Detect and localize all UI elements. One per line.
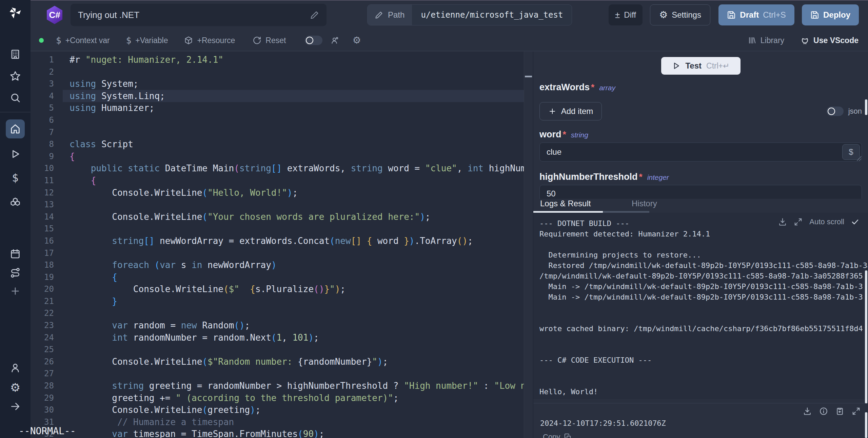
gear-icon: ⚙ <box>10 382 20 393</box>
line-number: 26 <box>31 356 54 368</box>
dollar-icon: $ <box>56 35 61 45</box>
logs-panel[interactable]: --- DOTNET BUILD ---Requirement detected… <box>533 213 868 399</box>
code-line: Console.WriteLine($"Random number: {rand… <box>70 356 533 368</box>
sidebar-item-schedules[interactable] <box>0 244 31 263</box>
logs-scrollbar-thumb[interactable] <box>865 270 867 403</box>
line-number: 15 <box>31 223 54 235</box>
test-shortcut: Ctrl+↵ <box>706 61 729 71</box>
worker-status-dot <box>39 38 44 43</box>
code-line <box>70 223 533 235</box>
library-button[interactable]: Library <box>748 36 784 45</box>
code-line: Console.WriteLine(greeting); <box>70 404 533 416</box>
sidebar-item-search[interactable] <box>0 88 31 107</box>
editor-toolbar: $ +Context var $ +Variable +Resource Res… <box>31 30 868 51</box>
sidebar-expand-button[interactable] <box>0 397 31 416</box>
edit-title-pencil-icon[interactable] <box>310 11 319 19</box>
log-line: Restored /tmp/windmill/wk-default-89p2b-… <box>539 260 868 271</box>
tab-history[interactable]: History <box>632 199 657 208</box>
code-line: } <box>70 296 533 308</box>
path-label-segment: Path <box>368 5 412 25</box>
editor-scrollbar[interactable] <box>524 52 533 438</box>
add-context-var-button[interactable]: $ +Context var <box>56 35 110 45</box>
resize-handle[interactable] <box>856 156 861 161</box>
plus-icon <box>10 286 21 297</box>
info-icon[interactable] <box>819 407 828 416</box>
refresh-icon <box>253 36 261 45</box>
reset-button[interactable]: Reset <box>253 36 286 45</box>
result-scrollbar-thumb[interactable] <box>865 412 867 438</box>
boxes-icon <box>10 197 21 208</box>
download-logs-icon[interactable] <box>778 217 787 226</box>
use-vscode-button[interactable]: Use VScode <box>801 36 859 45</box>
threshold-input[interactable] <box>539 185 862 199</box>
sidebar-item-resources[interactable] <box>0 193 31 212</box>
settings-button[interactable]: ⚙ Settings <box>650 4 710 25</box>
args-scrollbar-thumb[interactable] <box>865 99 867 115</box>
sidebar-item-workspace[interactable] <box>0 45 31 64</box>
log-line: Requirement detected: Humanizer 2.14.1 <box>539 229 868 239</box>
sidebar-item-account[interactable] <box>0 358 31 377</box>
star-icon <box>10 71 21 81</box>
deploy-button[interactable]: Deploy <box>802 4 859 25</box>
expand-logs-icon[interactable] <box>794 217 803 226</box>
line-number: 9 <box>31 151 54 163</box>
auto-scroll-checkbox[interactable] <box>851 218 859 226</box>
windmill-logo[interactable] <box>0 3 31 22</box>
draft-button[interactable]: Draft Ctrl+S <box>718 4 794 25</box>
editor-settings-button[interactable]: ⚙ <box>352 36 361 45</box>
sidebar-item-flows[interactable] <box>0 263 31 282</box>
expand-result-icon[interactable] <box>852 407 861 416</box>
required-star: * <box>563 129 566 140</box>
building-icon <box>10 49 21 60</box>
sidebar-item-favorites[interactable] <box>0 66 31 85</box>
download-result-icon[interactable] <box>803 407 812 416</box>
sidebar-item-add[interactable] <box>0 282 31 301</box>
line-number: 24 <box>31 332 54 344</box>
diff-button[interactable]: ± Diff <box>609 4 643 25</box>
sidebar-item-settings[interactable]: ⚙ <box>0 378 31 397</box>
dollar-icon: $ <box>12 171 18 184</box>
result-tabs: Logs & Result History <box>533 199 868 213</box>
sidebar-item-variables[interactable]: $ <box>0 168 31 187</box>
code-line: using Humanizer; <box>70 102 533 114</box>
diff-mode-toggle[interactable] <box>305 36 322 45</box>
code-line: int randomNumber = random.Next(1, 101); <box>70 332 533 344</box>
script-title-field[interactable]: Trying out .NET <box>71 4 327 26</box>
sidebar-item-home[interactable] <box>6 119 25 138</box>
package-icon <box>184 36 193 45</box>
edit-path-pencil-icon <box>375 11 383 19</box>
test-button[interactable]: Test Ctrl+↵ <box>661 57 741 75</box>
copy-button[interactable]: Copy <box>543 433 572 438</box>
code-line <box>70 247 533 260</box>
word-input[interactable] <box>539 142 862 161</box>
path-field[interactable]: Path u/etienne/microsoft_java_test <box>367 4 572 25</box>
line-number: 8 <box>31 138 54 151</box>
copy-icon <box>564 433 572 438</box>
field-label-word: word * string <box>539 129 862 140</box>
library-icon <box>748 36 756 45</box>
log-line: Hello, World! <box>539 386 868 397</box>
log-line: Main -> /tmp/windmill/wk-default-89p2b-I… <box>539 281 868 292</box>
line-number: 5 <box>31 102 54 114</box>
line-number: 27 <box>31 368 54 380</box>
line-number: 30 <box>31 404 54 416</box>
code-line: using System.Linq; <box>70 90 533 102</box>
gear-icon: ⚙ <box>352 36 361 45</box>
clipboard-icon[interactable] <box>835 407 844 416</box>
code-line: greeting += " (according to the threshol… <box>70 392 533 404</box>
multiplayer-button[interactable] <box>331 36 339 45</box>
tab-logs-result[interactable]: Logs & Result <box>540 199 591 208</box>
line-number: 1 <box>31 54 54 66</box>
code-line: Console.WriteLine("Hello, World!"); <box>70 187 533 199</box>
sidebar-item-runs[interactable] <box>0 145 31 164</box>
add-resource-button[interactable]: +Resource <box>184 36 235 45</box>
field-label-extrawords: extraWords * array <box>539 82 862 93</box>
log-line: Your chosen words are pluralized here: <box>539 397 868 399</box>
word-input-wrap: $ <box>539 142 862 161</box>
search-icon <box>10 92 21 103</box>
add-variable-button[interactable]: $ +Variable <box>126 35 168 45</box>
code-editor[interactable]: 1234567891011121314151617181920212223242… <box>31 52 533 438</box>
json-toggle[interactable] <box>827 107 844 116</box>
users-icon <box>331 36 339 45</box>
add-item-button[interactable]: Add item <box>539 102 602 120</box>
